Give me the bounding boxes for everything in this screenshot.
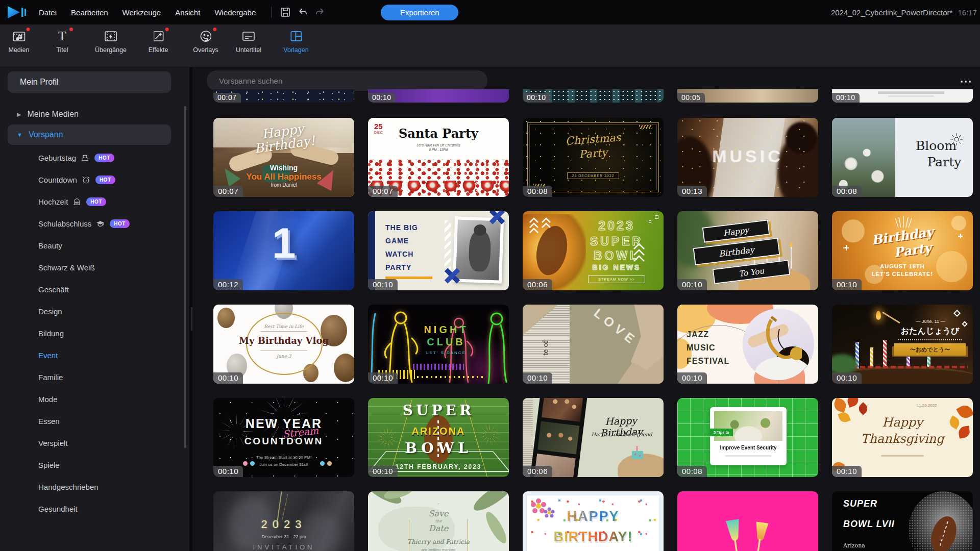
template-bloom-party[interactable]: Bloom Party 00:08 — [832, 118, 973, 197]
template-birthday-couch[interactable]: HappyBirthday! Wishing You All Happiness… — [213, 118, 354, 197]
stream-button: STREAM NOW >> — [588, 276, 645, 283]
thumb-subtitle: You All Happiness — [213, 172, 354, 182]
sidebar-item-geburtstag[interactable]: Geburtstag HOT — [38, 147, 114, 169]
sidebar-item-beauty[interactable]: Beauty — [38, 235, 62, 257]
template-birthday-party-gold[interactable]: Birthday Party AUGUST 18TH LET'S CELEBRA… — [832, 211, 973, 290]
template-save-the-date[interactable]: Save the Date Thierry and Patricia are g… — [368, 491, 509, 551]
date-badge: 25 DECEMBER 2022 — [567, 172, 620, 179]
profile-button[interactable]: Mein Profil — [8, 71, 171, 93]
sidebar-item-handgeschrieben[interactable]: Handgeschrieben — [38, 476, 99, 498]
menu-ansicht[interactable]: Ansicht — [175, 8, 200, 17]
menu-bearbeiten[interactable]: Bearbeiten — [71, 8, 108, 17]
save-icon[interactable] — [280, 7, 291, 18]
sidebar-item-meine-medien[interactable]: ▶ Meine Medien — [8, 104, 171, 124]
hot-badge: HOT — [110, 219, 130, 228]
sidebar-item-schulabschluss[interactable]: Schulabschluss HOT — [38, 213, 130, 235]
template-night-club[interactable]: NIGHT CLUB LET' S DANCE 00:10 — [368, 305, 509, 384]
templates-icon — [288, 29, 304, 44]
duration-badge: 00:10 — [677, 372, 707, 384]
template-big-game[interactable]: THE BIG GAME WATCH PARTY 00:10 — [368, 211, 509, 290]
sidebar-item-countdown[interactable]: Countdown HOT — [38, 169, 115, 191]
undo-icon[interactable] — [297, 7, 308, 18]
template-harriet-birthday[interactable]: Happy Birthday Harriet, our best friend … — [523, 398, 664, 477]
template-santa-party[interactable]: 25 DEC Santa Party Let's Have Fun On Chr… — [368, 118, 509, 197]
category-label: Verspielt — [38, 439, 68, 447]
thumb-title: Date — [368, 523, 509, 533]
template-happy-birthday-to-you[interactable]: Happy Birthday To You 00:10 — [677, 211, 818, 290]
thumb-subtitle: The Stream Start at 10:00 PM! — [213, 455, 354, 460]
sidebar-item-vorspann[interactable]: ▼ Vorspann — [8, 124, 171, 145]
menu-werkzeuge[interactable]: Werkzeuge — [122, 8, 161, 17]
sidebar: Mein Profil ▶ Meine Medien ▼ Vorspann Ge… — [0, 67, 191, 551]
template-thumbnail[interactable]: 00:10 — [523, 89, 664, 103]
category-label: Handgeschrieben — [38, 483, 99, 491]
tab-vorlagen[interactable]: Vorlagen — [283, 29, 308, 54]
thumb-subtitle: Thierry and Patricia — [368, 538, 509, 545]
menu-datei[interactable]: Datei — [39, 8, 57, 17]
template-jazz-festival[interactable]: JAZZ MUSIC FESTIVAL 00:10 — [677, 305, 818, 384]
template-thanksgiving[interactable]: 11.26.2022 Happy Thanksgiving 00:10 — [832, 398, 973, 477]
template-super-bowl-lvii[interactable]: SUPER BOWL LVII Arizona — [832, 491, 973, 551]
newsprint-text: te of — [542, 341, 549, 356]
template-super-arizona-bowl[interactable]: SUPER ARIZONA BOWL 12TH FEBRUARY, 2023 0… — [368, 398, 509, 477]
sidebar-item-familie[interactable]: Familie — [38, 366, 63, 388]
thumb-title: BOWL — [368, 440, 509, 457]
tab-titel[interactable]: T Titel — [55, 29, 70, 54]
sidebar-item-spiele[interactable]: Spiele — [38, 454, 60, 476]
duration-badge: 00:10 — [213, 372, 243, 384]
template-thumbnail[interactable]: 00:10 — [368, 89, 509, 103]
sidebar-item-mode[interactable]: Mode — [38, 388, 58, 410]
search-input[interactable] — [207, 70, 487, 91]
template-thumbnail[interactable]: 00:07 — [213, 89, 354, 103]
template-music-party[interactable]: MUSIC 00:13 — [677, 118, 818, 197]
export-button[interactable]: Exportieren — [381, 5, 458, 20]
template-super-bowl-news[interactable]: 2023 SUPER BOWL BIG NEWS STREAM NOW >> 0… — [523, 211, 664, 290]
sidebar-scrollbar[interactable] — [184, 106, 186, 448]
thumb-title: 2023 — [213, 518, 354, 531]
category-label: Schulabschluss — [38, 219, 91, 228]
tab-uebergaenge[interactable]: Übergänge — [95, 29, 127, 54]
thumb-title: LOVE — [591, 306, 641, 348]
art-layer — [898, 339, 962, 340]
template-christmas-party[interactable]: Christmas Party 25 DECEMBER 2022 00:08 — [523, 118, 664, 197]
cake-icon — [81, 154, 89, 162]
sidebar-item-gesundheit[interactable]: Gesundheit — [38, 498, 78, 520]
thumb-title: WATCH — [385, 250, 413, 258]
tab-untertitel[interactable]: Untertitel — [236, 29, 261, 54]
sidebar-item-design[interactable]: Design — [38, 300, 62, 322]
template-thumbnail[interactable]: 00:10 — [832, 89, 973, 103]
sidebar-item-geschaeft[interactable]: Geschäft — [38, 279, 69, 300]
template-otanjoubi[interactable]: — June. 11 — おたんじょうび 〜おめでとう〜 00:10 — [832, 305, 973, 384]
tab-effekte[interactable]: Effekte — [149, 29, 168, 54]
notification-dot — [213, 28, 216, 31]
duration-badge: 00:12 — [213, 279, 243, 290]
template-event-security[interactable]: 5 Tips to Improve Event Security 00:08 — [677, 398, 818, 477]
template-happy-birthday-3d[interactable]: HAPPY BIRTHDAY! — [523, 491, 664, 551]
sidebar-item-essen[interactable]: Essen — [38, 410, 60, 432]
template-my-birthday-vlog[interactable]: Best Time in Life My Birthday Vlog June … — [213, 305, 354, 384]
leaf — [832, 398, 848, 413]
menu-wiedergabe[interactable]: Wiedergabe — [214, 8, 256, 17]
template-pink-champagne[interactable] — [677, 491, 818, 551]
template-invitation-2023[interactable]: 2023 December 31 · 22 pm INVITATION — [213, 491, 354, 551]
sidebar-item-schwarz-weiss[interactable]: Schwarz & Weiß — [38, 257, 95, 279]
template-love-collage[interactable]: te of LOVE 00:10 — [523, 305, 664, 384]
notification-dot — [165, 28, 169, 31]
thumb-subtitle: Let's Have Fun On Christmas — [368, 143, 509, 147]
more-options-icon[interactable] — [957, 77, 974, 87]
sidebar-item-verspielt[interactable]: Verspielt — [38, 432, 68, 454]
template-new-year-countdown[interactable]: NEW YEAR Stream COUNTDOWN The Stream Sta… — [213, 398, 354, 477]
template-countdown-one[interactable]: 1 00:12 — [213, 211, 354, 290]
redo-icon[interactable] — [314, 7, 326, 18]
sidebar-item-bildung[interactable]: Bildung — [38, 322, 64, 344]
powerdirector-logo-icon — [7, 5, 28, 20]
roses-photo — [832, 118, 895, 197]
sidebar-item-event[interactable]: Event — [38, 344, 58, 366]
template-thumbnail[interactable]: 00:05 — [677, 89, 818, 103]
photo — [469, 230, 492, 271]
tab-overlays[interactable]: Overlays — [193, 29, 218, 54]
tab-medien[interactable]: Medien — [9, 29, 30, 54]
notification-dot — [26, 28, 30, 31]
chevron-pattern — [529, 216, 560, 237]
sidebar-item-hochzeit[interactable]: Hochzeit HOT — [38, 191, 106, 213]
